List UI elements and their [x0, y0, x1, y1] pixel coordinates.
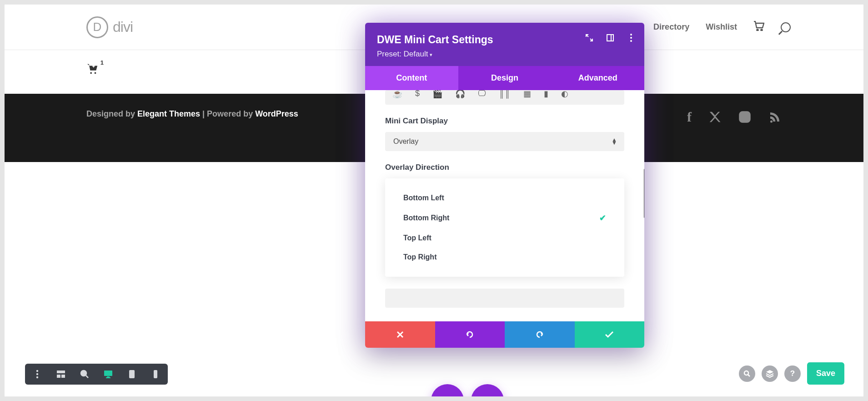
logo-text: divi — [113, 19, 133, 36]
square-icon[interactable]: ▦ — [523, 90, 531, 99]
svg-rect-19 — [104, 371, 112, 376]
footer-credits: Designed by Elegant Themes | Powered by … — [86, 109, 298, 119]
facebook-icon[interactable]: f — [687, 109, 692, 125]
confirm-button[interactable] — [575, 321, 645, 348]
svg-point-11 — [630, 40, 632, 42]
footer-brand-link[interactable]: Elegant Themes — [137, 109, 200, 118]
expand-icon[interactable] — [585, 34, 593, 42]
cart-icon[interactable] — [753, 21, 764, 34]
builder-add-buttons — [431, 384, 504, 396]
instagram-icon[interactable] — [738, 110, 752, 124]
svg-point-14 — [36, 376, 38, 378]
tab-advanced[interactable]: Advanced — [551, 66, 644, 90]
x-twitter-icon[interactable] — [708, 110, 722, 124]
svg-rect-21 — [106, 377, 110, 378]
snap-icon[interactable] — [606, 34, 614, 42]
site-logo[interactable]: D divi — [86, 16, 133, 38]
svg-rect-7 — [607, 35, 613, 41]
search-layers-button[interactable] — [739, 365, 755, 382]
nav-wishlist[interactable]: Wishlist — [706, 22, 737, 32]
scrollbar[interactable] — [644, 168, 644, 218]
redo-button[interactable] — [505, 321, 575, 348]
svg-point-26 — [744, 371, 748, 375]
option-top-left[interactable]: Top Left — [385, 228, 624, 248]
svg-point-18 — [81, 371, 86, 376]
svg-rect-16 — [57, 375, 60, 378]
cart-count-badge: 1 — [100, 59, 104, 66]
add-section-button[interactable] — [431, 384, 464, 396]
search-icon[interactable] — [781, 22, 791, 32]
tablet-view-icon[interactable] — [127, 369, 137, 379]
direction-options: Bottom Left Bottom Right✔ Top Left Top R… — [385, 178, 624, 277]
help-button[interactable]: ? — [784, 365, 801, 382]
modal-footer — [365, 321, 644, 348]
select-arrows-icon: ▲▼ — [612, 138, 617, 145]
display-select[interactable]: Overlay ▲▼ — [385, 132, 624, 151]
undo-button[interactable] — [435, 321, 505, 348]
mobile-view-icon[interactable] — [151, 369, 161, 379]
mini-cart-button[interactable]: 1 — [86, 63, 98, 76]
add-row-button[interactable] — [471, 384, 504, 396]
nav-directory[interactable]: Directory — [653, 22, 689, 32]
svg-point-6 — [748, 113, 749, 114]
logo-mark: D — [86, 16, 108, 38]
tab-design[interactable]: Design — [458, 66, 552, 90]
svg-point-1 — [761, 29, 762, 30]
svg-point-2 — [90, 72, 92, 74]
shield-icon[interactable]: ◐ — [561, 90, 568, 99]
kebab-icon[interactable] — [627, 34, 635, 42]
svg-point-5 — [743, 115, 747, 119]
tab-content[interactable]: Content — [365, 66, 458, 90]
headphones-icon[interactable]: 🎧 — [455, 90, 465, 99]
field-mini-cart-display: Mini Cart Display Overlay ▲▼ — [385, 117, 624, 151]
svg-point-13 — [36, 373, 38, 375]
page-icon[interactable]: ▮ — [544, 90, 548, 99]
preset-selector[interactable]: Preset: Default — [377, 50, 632, 59]
field-overlay-direction: Overlay Direction Bottom Left Bottom Rig… — [385, 163, 624, 277]
direction-label: Overlay Direction — [385, 163, 624, 172]
svg-point-9 — [630, 34, 632, 36]
cancel-button[interactable] — [365, 321, 435, 348]
svg-rect-17 — [61, 375, 65, 378]
modal-tabs: Content Design Advanced — [365, 66, 644, 90]
display-label: Mini Cart Display — [385, 117, 624, 126]
layers-button[interactable] — [762, 365, 778, 382]
save-button[interactable]: Save — [807, 362, 844, 385]
coffee-icon[interactable]: ☕ — [392, 90, 402, 99]
wireframe-icon[interactable] — [56, 369, 66, 379]
desktop-view-icon[interactable] — [103, 369, 113, 379]
footer-social: f — [687, 109, 782, 125]
svg-rect-15 — [57, 371, 65, 373]
bottom-right-controls: ? Save — [739, 362, 844, 385]
modal-body: ☕ $ 🎬 🎧 🖵 ║║ ▦ ▮ ◐ Mini Cart Display Ove… — [365, 90, 644, 321]
svg-point-12 — [36, 370, 38, 372]
svg-point-25 — [155, 376, 156, 377]
option-top-right[interactable]: Top Right — [385, 248, 624, 267]
builder-toolbar — [25, 364, 168, 385]
dollar-icon[interactable]: $ — [415, 90, 420, 98]
option-bottom-left[interactable]: Bottom Left — [385, 188, 624, 208]
primary-nav: Directory Wishlist — [653, 21, 791, 34]
check-icon: ✔ — [599, 213, 606, 223]
field-placeholder — [385, 289, 624, 308]
video-icon[interactable]: 🎬 — [432, 90, 442, 99]
screen-icon[interactable]: 🖵 — [478, 90, 486, 98]
svg-rect-20 — [107, 376, 110, 377]
svg-point-23 — [131, 376, 132, 377]
modal-header: DWE Mini Cart Settings Preset: Default — [365, 23, 644, 66]
icon-picker-strip[interactable]: ☕ $ 🎬 🎧 🖵 ║║ ▦ ▮ ◐ — [385, 90, 624, 105]
rss-icon[interactable] — [768, 110, 782, 124]
zoom-icon[interactable] — [80, 369, 90, 379]
module-settings-modal: DWE Mini Cart Settings Preset: Default C… — [365, 23, 644, 348]
svg-point-10 — [630, 37, 632, 39]
menu-icon[interactable] — [32, 369, 42, 379]
footer-platform-link[interactable]: WordPress — [255, 109, 298, 118]
svg-point-0 — [757, 29, 758, 30]
svg-point-3 — [95, 72, 96, 74]
logo-letter: D — [93, 20, 102, 34]
bars-icon[interactable]: ║║ — [499, 90, 511, 98]
option-bottom-right[interactable]: Bottom Right✔ — [385, 208, 624, 228]
